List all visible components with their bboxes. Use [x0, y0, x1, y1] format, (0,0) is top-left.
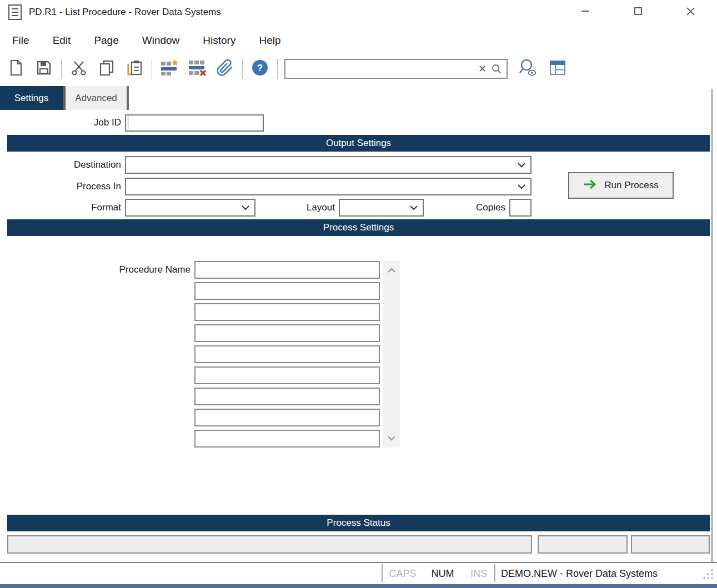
procedure-name-list — [194, 261, 380, 451]
chevron-down-icon — [517, 160, 526, 170]
app-document-icon — [8, 4, 22, 23]
copies-label: Copies — [422, 199, 505, 217]
layout-label: Layout — [250, 199, 335, 217]
tab-settings[interactable]: Settings — [0, 86, 63, 110]
statusbar-separator — [382, 564, 383, 582]
window-title: PD.R1 - List Procedure - Rover Data Syst… — [29, 0, 221, 24]
menu-bar: File Edit Page Window History Help — [0, 28, 281, 53]
menu-window[interactable]: Window — [142, 34, 180, 47]
scroll-down-icon[interactable] — [387, 433, 396, 443]
window-bottom-edge — [0, 584, 717, 588]
procedure-name-label: Procedure Name — [0, 261, 190, 279]
resize-grip[interactable] — [701, 567, 715, 584]
tab-advanced-label: Advanced — [75, 93, 117, 104]
chevron-down-icon — [517, 182, 526, 192]
close-button[interactable] — [664, 0, 717, 24]
cut-button[interactable] — [65, 56, 93, 82]
chevron-down-icon — [409, 203, 418, 213]
search-icon[interactable] — [491, 63, 507, 74]
procedure-name-input-1[interactable] — [194, 261, 380, 279]
close-icon — [686, 7, 695, 18]
process-status-field-2 — [538, 535, 628, 554]
job-id-input[interactable] — [125, 114, 264, 132]
paste-button[interactable] — [121, 56, 148, 82]
maximize-icon — [634, 7, 643, 18]
cut-icon — [71, 60, 87, 78]
menu-file[interactable]: File — [12, 34, 29, 47]
process-settings-title: Process Settings — [323, 222, 394, 233]
layout-panels-button[interactable] — [546, 60, 569, 78]
procedure-name-input-8[interactable] — [194, 409, 380, 426]
layout-select[interactable] — [339, 199, 424, 217]
scroll-up-icon[interactable] — [387, 265, 396, 275]
insert-row-button[interactable] — [156, 56, 183, 82]
toolbar-search-box: ✕ — [284, 59, 508, 79]
insert-row-icon — [160, 59, 179, 78]
search-input[interactable] — [285, 61, 474, 77]
format-select[interactable] — [125, 199, 255, 217]
paperclip-icon — [216, 59, 234, 79]
process-status-message — [7, 535, 532, 554]
delete-row-icon — [188, 59, 207, 78]
procedure-list-scrollbar[interactable] — [383, 261, 400, 448]
menu-page[interactable]: Page — [94, 34, 118, 47]
process-in-select[interactable] — [125, 178, 532, 195]
status-bar: CAPS NUM INS DEMO.NEW - Rover Data Syste… — [0, 563, 717, 584]
attachment-button[interactable] — [211, 56, 239, 82]
destination-select[interactable] — [125, 156, 532, 174]
procedure-name-input-7[interactable] — [194, 388, 380, 405]
caps-indicator: CAPS — [383, 563, 422, 584]
procedure-name-input-2[interactable] — [194, 282, 380, 300]
svg-text:?: ? — [257, 63, 263, 73]
toolbar-separator — [242, 59, 243, 79]
tab-settings-label: Settings — [14, 93, 48, 104]
output-settings-header: Output Settings — [7, 135, 710, 152]
toolbar-separator — [152, 59, 152, 79]
layout-icon — [549, 60, 566, 78]
run-process-button[interactable]: Run Process — [568, 172, 674, 199]
tab-advanced[interactable]: Advanced — [66, 86, 127, 110]
copies-input[interactable] — [509, 199, 532, 217]
help-button[interactable]: ? — [246, 56, 274, 82]
text-caret — [128, 117, 128, 129]
output-settings-title: Output Settings — [326, 138, 391, 149]
menu-history[interactable]: History — [203, 34, 235, 47]
process-status-field-3 — [631, 535, 710, 554]
copy-button[interactable] — [93, 56, 121, 82]
magnifier-eye-icon — [518, 58, 538, 79]
window-right-border — [711, 89, 713, 562]
ins-indicator: INS — [464, 563, 493, 584]
new-document-button[interactable] — [2, 56, 30, 82]
save-icon — [36, 60, 52, 78]
delete-row-button[interactable] — [183, 56, 211, 82]
record-search-button[interactable] — [515, 58, 540, 79]
help-icon: ? — [252, 59, 268, 78]
process-settings-header: Process Settings — [7, 219, 710, 236]
procedure-name-input-6[interactable] — [194, 366, 380, 384]
format-label: Format — [0, 199, 121, 217]
clear-search-icon[interactable]: ✕ — [474, 61, 491, 77]
process-in-label: Process In — [0, 178, 121, 195]
tab-separator — [127, 86, 129, 110]
run-process-label: Run Process — [604, 180, 658, 191]
statusbar-separator — [494, 564, 495, 582]
session-label: DEMO.NEW - Rover Data Systems — [501, 563, 658, 584]
title-bar: PD.R1 - List Procedure - Rover Data Syst… — [0, 0, 717, 24]
save-button[interactable] — [30, 56, 58, 82]
procedure-name-input-9[interactable] — [194, 430, 380, 448]
menu-edit[interactable]: Edit — [53, 34, 71, 47]
minimize-button[interactable] — [559, 0, 611, 24]
maximize-button[interactable] — [611, 0, 664, 24]
tab-strip: Settings Advanced — [0, 86, 129, 110]
run-arrow-icon — [583, 179, 598, 192]
procedure-name-input-3[interactable] — [194, 303, 380, 321]
toolbar-separator — [61, 59, 62, 79]
menu-help[interactable]: Help — [259, 34, 280, 47]
process-status-title: Process Status — [327, 517, 390, 529]
procedure-name-input-5[interactable] — [194, 345, 380, 363]
chevron-down-icon — [241, 203, 250, 213]
procedure-name-input-4[interactable] — [194, 324, 380, 342]
paste-icon — [126, 59, 143, 79]
toolbar: ? ✕ — [0, 54, 717, 83]
copy-icon — [99, 59, 114, 78]
